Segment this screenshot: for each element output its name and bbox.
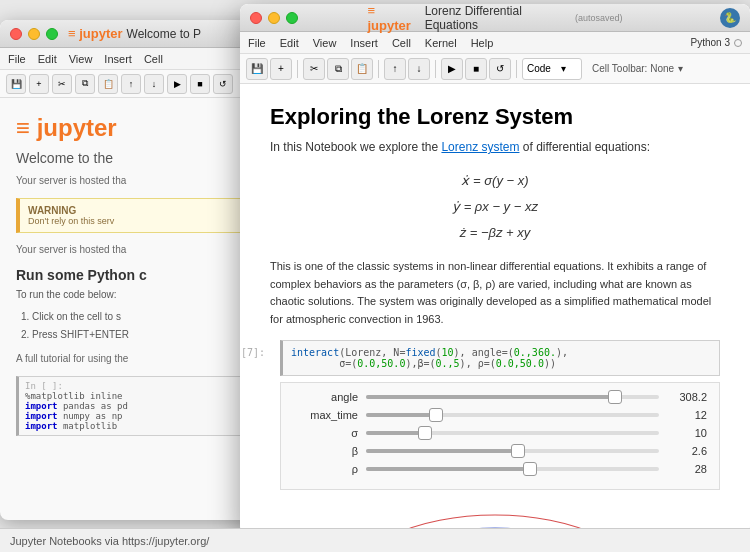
kernel-info: Python 3 bbox=[691, 37, 742, 48]
front-copy-btn[interactable]: ⧉ bbox=[327, 58, 349, 80]
menu-edit-front[interactable]: Edit bbox=[280, 37, 299, 49]
eq-2: ẏ = ρx − y − xz bbox=[270, 194, 720, 220]
notebook-content: Exploring the Lorenz System In this Note… bbox=[240, 84, 750, 534]
front-maximize-button[interactable] bbox=[286, 12, 298, 24]
widget-angle-thumb[interactable] bbox=[608, 390, 622, 404]
warning-text: Don't rely on this serv bbox=[28, 216, 245, 226]
widget-maxtime-thumb[interactable] bbox=[429, 408, 443, 422]
menu-insert-back[interactable]: Insert bbox=[104, 53, 132, 65]
widget-angle-slider[interactable] bbox=[366, 395, 659, 399]
widget-sigma: σ 10 bbox=[293, 427, 707, 439]
back-add-btn[interactable]: + bbox=[29, 74, 49, 94]
menu-edit-back[interactable]: Edit bbox=[38, 53, 57, 65]
widget-rho-thumb[interactable] bbox=[523, 462, 537, 476]
cell-type-dropdown[interactable]: Code ▾ bbox=[522, 58, 582, 80]
back-server-hosted: Your server is hosted tha bbox=[16, 243, 254, 257]
back-jupyter-header: ≡ jupyter bbox=[16, 114, 254, 142]
cell-toolbar-label: Cell Toolbar: None ▾ bbox=[592, 63, 683, 74]
front-restart-btn[interactable]: ↺ bbox=[489, 58, 511, 80]
run-steps-list: Click on the cell to s Press SHIFT+ENTER bbox=[16, 308, 254, 344]
widget-beta-slider[interactable] bbox=[366, 449, 659, 453]
back-code-label: In [ ]: bbox=[25, 381, 63, 391]
front-window-title: Lorenz Differential Equations bbox=[425, 4, 569, 32]
warning-box: WARNING Don't rely on this serv bbox=[16, 198, 254, 233]
separator-4 bbox=[516, 60, 517, 78]
menu-help-front[interactable]: Help bbox=[471, 37, 494, 49]
menu-view-back[interactable]: View bbox=[69, 53, 93, 65]
menu-cell-front[interactable]: Cell bbox=[392, 37, 411, 49]
tutorial-text: A full tutorial for using the bbox=[16, 352, 254, 366]
widget-sigma-thumb[interactable] bbox=[418, 426, 432, 440]
front-jupyter-logo: ≡ jupyter bbox=[368, 4, 419, 33]
kernel-label: Python 3 bbox=[691, 37, 730, 48]
math-equations: ẋ = σ(y − x) ẏ = ρx − y − xz ż = −βz + x… bbox=[270, 168, 720, 246]
front-save-btn[interactable]: 💾 bbox=[246, 58, 268, 80]
widget-sigma-label: σ bbox=[293, 427, 358, 439]
widget-maxtime-slider[interactable] bbox=[366, 413, 659, 417]
back-window-title: Welcome to P bbox=[127, 27, 201, 41]
front-down-btn[interactable]: ↓ bbox=[408, 58, 430, 80]
code-interact-func: interact bbox=[291, 347, 339, 358]
widget-beta-thumb[interactable] bbox=[511, 444, 525, 458]
cell-in-label: In [7]: bbox=[240, 347, 265, 358]
widget-rho-fill bbox=[366, 467, 530, 471]
code-sigma-range: 0.0,50.0 bbox=[357, 358, 405, 369]
front-add-btn[interactable]: + bbox=[270, 58, 292, 80]
cell-type-arrow: ▾ bbox=[561, 63, 566, 74]
menu-insert-front[interactable]: Insert bbox=[350, 37, 378, 49]
back-stop-btn[interactable]: ■ bbox=[190, 74, 210, 94]
front-minimize-button[interactable] bbox=[268, 12, 280, 24]
minimize-button[interactable] bbox=[28, 28, 40, 40]
kernel-status-circle bbox=[734, 39, 742, 47]
back-save-btn[interactable]: 💾 bbox=[6, 74, 26, 94]
maximize-button[interactable] bbox=[46, 28, 58, 40]
back-up-btn[interactable]: ↑ bbox=[121, 74, 141, 94]
code-import-matplotlib: import bbox=[25, 421, 58, 431]
back-restart-btn[interactable]: ↺ bbox=[213, 74, 233, 94]
separator-2 bbox=[378, 60, 379, 78]
lorenz-link[interactable]: Lorenz system bbox=[441, 140, 519, 154]
close-button[interactable] bbox=[10, 28, 22, 40]
widget-rho-slider[interactable] bbox=[366, 467, 659, 471]
back-run-btn[interactable]: ▶ bbox=[167, 74, 187, 94]
menu-file-front[interactable]: File bbox=[248, 37, 266, 49]
widget-sigma-value: 10 bbox=[667, 427, 707, 439]
step-2: Press SHIFT+ENTER bbox=[32, 326, 254, 344]
widget-maxtime: max_time 12 bbox=[293, 409, 707, 421]
back-server-text: Your server is hosted tha bbox=[16, 174, 254, 188]
back-paste-btn[interactable]: 📋 bbox=[98, 74, 118, 94]
back-copy-btn[interactable]: ⧉ bbox=[75, 74, 95, 94]
code-beta-range: 0.,5 bbox=[436, 358, 460, 369]
front-close-button[interactable] bbox=[250, 12, 262, 24]
widget-beta: β 2.6 bbox=[293, 445, 707, 457]
code-cell-front[interactable]: In [7]: interact(Lorenz, N=fixed(10), an… bbox=[280, 340, 720, 376]
menu-cell-back[interactable]: Cell bbox=[144, 53, 163, 65]
front-up-btn[interactable]: ↑ bbox=[384, 58, 406, 80]
code-import-pandas: import bbox=[25, 401, 58, 411]
notebook-intro: In this Notebook we explore the Lorenz s… bbox=[270, 138, 720, 156]
menu-kernel-front[interactable]: Kernel bbox=[425, 37, 457, 49]
front-paste-btn[interactable]: 📋 bbox=[351, 58, 373, 80]
back-cut-btn[interactable]: ✂ bbox=[52, 74, 72, 94]
widget-beta-fill bbox=[366, 449, 518, 453]
front-traffic-lights bbox=[250, 12, 298, 24]
interact-widget: angle 308.2 max_time 12 bbox=[280, 382, 720, 490]
code-matplotlib: %matplotlib inline bbox=[25, 391, 123, 401]
notebook-title: Exploring the Lorenz System bbox=[270, 104, 720, 130]
back-window: ≡ jupyter Welcome to P File Edit View In… bbox=[0, 20, 270, 520]
front-run-btn[interactable]: ▶ bbox=[441, 58, 463, 80]
code-10: 10 bbox=[442, 347, 454, 358]
front-stop-btn[interactable]: ■ bbox=[465, 58, 487, 80]
back-code-cell: In [ ]: %matplotlib inline import pandas… bbox=[16, 376, 254, 436]
back-down-btn[interactable]: ↓ bbox=[144, 74, 164, 94]
code-fixed: fixed bbox=[405, 347, 435, 358]
front-cut-btn[interactable]: ✂ bbox=[303, 58, 325, 80]
menu-view-front[interactable]: View bbox=[313, 37, 337, 49]
back-toolbar: 💾 + ✂ ⧉ 📋 ↑ ↓ ▶ ■ ↺ bbox=[0, 70, 270, 98]
cell-type-label: Code bbox=[527, 63, 551, 74]
widget-beta-value: 2.6 bbox=[667, 445, 707, 457]
code-interact: interact(Lorenz, N=fixed(10), angle=(0.,… bbox=[291, 347, 568, 369]
menu-file-back[interactable]: File bbox=[8, 53, 26, 65]
widget-sigma-slider[interactable] bbox=[366, 431, 659, 435]
widget-maxtime-fill bbox=[366, 413, 436, 417]
